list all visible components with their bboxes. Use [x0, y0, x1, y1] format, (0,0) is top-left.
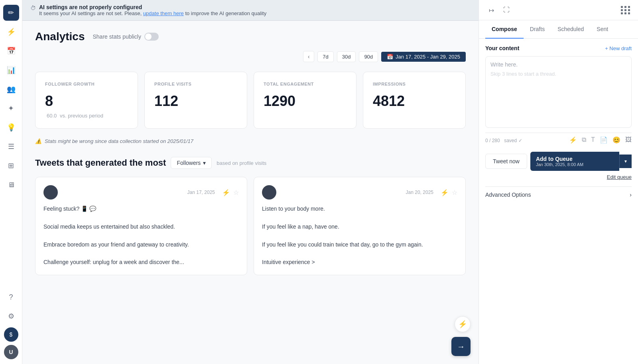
dropdown-label: Followers — [177, 160, 201, 166]
dollar-nav-icon[interactable]: $ — [4, 327, 18, 342]
tweets-header: Tweets that generated the most Followers… — [35, 157, 466, 169]
bulb-nav-icon[interactable]: 💡 — [3, 119, 19, 135]
toolbar-icons: ⚡ ⧉ T 📄 😊 🖼 — [569, 136, 632, 144]
share-stats-label: Share stats publicly — [93, 33, 141, 40]
advanced-options-section[interactable]: Advanced Options › — [485, 186, 632, 203]
settings-nav-icon[interactable]: ⚙ — [3, 308, 19, 324]
tab-sent[interactable]: Sent — [590, 20, 614, 39]
stats-grid: FOLLOWER GROWTH 8 60.0 vs. previous peri… — [35, 72, 466, 129]
text-format-toolbar-icon[interactable]: T — [591, 136, 595, 144]
star-icon[interactable]: ☆ — [452, 189, 457, 196]
30d-period-button[interactable]: 30d — [337, 51, 356, 62]
date-controls: ‹ 7d 30d 90d 📅 Jan 17, 2025 - Jan 29, 20… — [35, 51, 466, 62]
alert-banner: ⏱ AI settings are not properly configure… — [22, 0, 478, 21]
90d-period-button[interactable]: 90d — [359, 51, 378, 62]
tweet-actions: ⚡ ☆ — [222, 189, 239, 196]
chart-nav-icon[interactable]: 📊 — [3, 62, 19, 78]
grid-icon — [621, 6, 630, 14]
tab-compose[interactable]: Compose — [485, 20, 524, 39]
alert-link[interactable]: update them here — [143, 10, 184, 16]
users-nav-icon[interactable]: 👥 — [3, 81, 19, 97]
add-to-queue-main[interactable]: Add to Queue Jan 30th, 2025, 8:00 AM — [530, 152, 619, 171]
prev-period-button[interactable]: ‹ — [303, 51, 314, 62]
impressions-value: 4812 — [373, 93, 456, 110]
action-buttons: Tweet now Add to Queue Jan 30th, 2025, 8… — [485, 152, 632, 171]
follower-growth-change: 60.0 vs. previous period — [45, 113, 128, 119]
panel-tabs: Compose Drafts Scheduled Sent — [479, 20, 638, 39]
total-engagement-label: TOTAL ENGAGEMENT — [264, 82, 347, 86]
edit-queue-link[interactable]: Edit queue — [485, 174, 632, 180]
new-draft-button[interactable]: + New draft — [605, 45, 632, 51]
impressions-card: IMPRESSIONS 4812 — [363, 72, 466, 129]
boost-toolbar-icon[interactable]: ⚡ — [569, 136, 577, 144]
save-draft-toolbar-icon[interactable]: 📄 — [600, 136, 608, 144]
star-icon[interactable]: ☆ — [233, 189, 239, 196]
profile-visits-value: 112 — [154, 93, 237, 110]
tweet-now-button[interactable]: Tweet now — [485, 154, 527, 169]
advanced-options-label: Advanced Options — [485, 192, 531, 198]
profile-visits-card: PROFILE VISITS 112 — [144, 72, 247, 129]
right-panel: ↦ ⛶ Compose Drafts Scheduled Sent Your c… — [478, 0, 638, 364]
follower-growth-label: FOLLOWER GROWTH — [45, 82, 128, 86]
monitor-nav-icon[interactable]: 🖥 — [3, 177, 19, 193]
profile-visits-label: PROFILE VISITS — [154, 82, 237, 86]
collapse-panel-button[interactable]: ↦ — [485, 4, 497, 16]
share-stats-toggle[interactable] — [144, 33, 159, 41]
duplicate-toolbar-icon[interactable]: ⧉ — [582, 136, 586, 144]
thread-hint: Skip 3 lines to start a thread. — [490, 71, 626, 77]
date-range-label: Jan 17, 2025 - Jan 29, 2025 — [396, 54, 460, 60]
media-toolbar-icon[interactable]: 🖼 — [625, 136, 632, 144]
saved-indicator: saved ✓ — [504, 138, 522, 143]
chevron-right-icon: › — [630, 192, 632, 198]
list-nav-icon[interactable]: ☰ — [3, 139, 19, 155]
tweet-meta: Jan 20, 2025 ⚡ ☆ — [262, 185, 457, 200]
boost-icon[interactable]: ⚡ — [441, 189, 449, 196]
add-to-queue-button: Add to Queue Jan 30th, 2025, 8:00 AM ▾ — [530, 152, 632, 171]
compose-toolbar: 0 / 280 saved ✓ ⚡ ⧉ T 📄 😊 🖼 — [485, 133, 632, 147]
total-engagement-card: TOTAL ENGAGEMENT 1290 — [254, 72, 356, 129]
grid-view-button[interactable] — [620, 4, 632, 16]
7d-period-button[interactable]: 7d — [317, 51, 333, 62]
grid-nav-icon[interactable]: ⊞ — [3, 158, 19, 174]
compose-nav-icon[interactable]: ✏ — [3, 5, 19, 21]
tweet-meta: Jan 17, 2025 ⚡ ☆ — [43, 185, 239, 200]
lightning-nav-icon[interactable]: ⚡ — [3, 24, 19, 40]
follower-growth-value: 8 — [45, 93, 128, 110]
expand-panel-button[interactable]: ⛶ — [500, 4, 512, 16]
tweet-text: Feeling stuck? 📱 💬 Social media keeps us… — [43, 204, 239, 267]
compose-textbox[interactable]: Write here. Skip 3 lines to start a thre… — [485, 56, 632, 128]
share-stats: Share stats publicly — [93, 33, 159, 41]
queue-date-label: Jan 30th, 2025, 8:00 AM — [536, 162, 614, 167]
warning-icon: ⚠️ — [35, 138, 41, 144]
warning-note: ⚠️ Stats might be wrong since data colle… — [35, 138, 466, 144]
alert-title: AI settings are not properly configured — [39, 4, 266, 10]
tweets-filter-dropdown[interactable]: Followers ▾ — [171, 157, 212, 169]
panel-top: ↦ ⛶ — [479, 0, 638, 20]
help-nav-icon[interactable]: ? — [3, 289, 19, 305]
based-on-label: based on profile visits — [217, 160, 266, 166]
tab-drafts[interactable]: Drafts — [524, 20, 551, 39]
warning-text: Stats might be wrong since data collecti… — [45, 138, 193, 144]
chevron-down-icon: ▾ — [203, 160, 206, 166]
floating-send-button[interactable]: → — [451, 337, 471, 356]
alert-description: It seems your AI settings are not set. P… — [39, 10, 266, 16]
tab-scheduled[interactable]: Scheduled — [551, 20, 590, 39]
tweet-avatar — [43, 185, 58, 200]
tweets-section-title: Tweets that generated the most — [35, 158, 166, 168]
tweet-actions: ⚡ ☆ — [441, 189, 457, 196]
main-content: ⏱ AI settings are not properly configure… — [22, 0, 478, 364]
add-queue-label: Add to Queue — [536, 156, 614, 162]
date-range-button[interactable]: 📅 Jan 17, 2025 - Jan 29, 2025 — [381, 52, 466, 62]
add-queue-dropdown-button[interactable]: ▾ — [619, 155, 632, 168]
char-count-value: 0 / 280 — [485, 138, 500, 143]
calendar-icon: 📅 — [387, 54, 393, 60]
content-header: Your content + New draft — [485, 45, 632, 51]
sparkle-nav-icon[interactable]: ✦ — [3, 100, 19, 116]
tweet-card: Jan 20, 2025 ⚡ ☆ Listen to your body mor… — [254, 177, 466, 275]
calendar-nav-icon[interactable]: 📅 — [3, 43, 19, 59]
floating-boost-button[interactable]: ⚡ — [455, 316, 471, 332]
user-avatar[interactable]: U — [4, 345, 18, 359]
boost-icon[interactable]: ⚡ — [222, 189, 230, 196]
tweets-grid: Jan 17, 2025 ⚡ ☆ Feeling stuck? 📱 💬 Soci… — [35, 177, 466, 275]
emoji-toolbar-icon[interactable]: 😊 — [612, 136, 620, 144]
